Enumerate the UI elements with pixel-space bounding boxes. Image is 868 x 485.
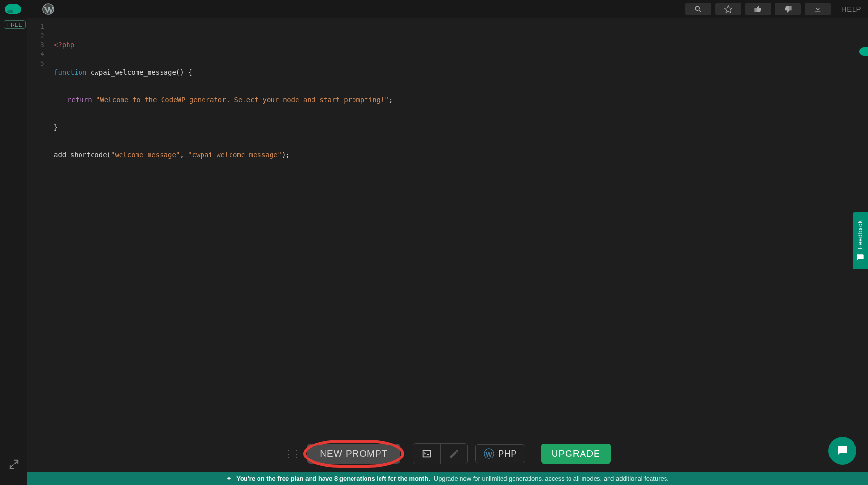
expand-icon[interactable] (9, 459, 19, 470)
code-token: "cwpai_welcome_message" (188, 151, 282, 159)
chat-fab[interactable] (828, 437, 856, 465)
code-token: , (180, 151, 188, 159)
line-number: 2 (27, 31, 44, 40)
download-button[interactable] (805, 3, 831, 15)
plan-free-badge: FREE (4, 20, 26, 29)
line-gutter: 1 2 3 4 5 (27, 22, 51, 68)
code-token: ; (389, 96, 393, 104)
highlight-ring: NEW PROMPT (302, 439, 405, 469)
bottom-toolbar: ⋮⋮ NEW PROMPT PHP UPGRADE (27, 436, 868, 472)
brand-logo-icon[interactable] (5, 4, 21, 14)
edit-mode-button[interactable] (440, 444, 467, 464)
banner-primary-text: You're on the free plan and have 8 gener… (236, 475, 430, 482)
wordpress-icon (484, 448, 494, 459)
line-number: 5 (27, 59, 44, 68)
drag-handle-icon[interactable]: ⋮⋮ (284, 452, 299, 456)
code-token: } (54, 123, 58, 131)
code-token: <?php (54, 41, 74, 49)
language-label: PHP (498, 449, 517, 459)
line-number: 4 (27, 50, 44, 59)
sparkle-icon: ✦ (226, 475, 231, 482)
thumbs-up-button[interactable] (745, 3, 771, 15)
code-token: "welcome_message" (111, 151, 180, 159)
feedback-icon (856, 254, 864, 261)
top-bar: HELP (0, 0, 868, 18)
right-panel-toggle[interactable] (859, 47, 868, 56)
terminal-mode-button[interactable] (413, 444, 440, 464)
left-rail (0, 18, 27, 485)
code-token: ); (282, 151, 290, 159)
upgrade-button[interactable]: UPGRADE (541, 444, 611, 464)
thumbs-down-button[interactable] (775, 3, 801, 15)
wordpress-logo-icon[interactable] (42, 3, 54, 15)
code-token: cwpai_welcome_message() { (86, 68, 192, 76)
banner-secondary-text[interactable]: Upgrade now for unlimited generations, a… (434, 475, 669, 482)
code-content[interactable]: <?php function cwpai_welcome_message() {… (54, 22, 863, 178)
terminal-icon (421, 448, 432, 459)
search-button[interactable] (685, 3, 711, 15)
separator (533, 444, 533, 463)
help-link[interactable]: HELP (841, 5, 861, 13)
upgrade-banner: ✦ You're on the free plan and have 8 gen… (27, 472, 868, 485)
star-button[interactable] (715, 3, 741, 15)
line-number: 1 (27, 22, 44, 31)
code-token: function (54, 68, 86, 76)
feedback-label: Feedback (857, 220, 864, 249)
chat-icon (836, 444, 849, 458)
feedback-tab[interactable]: Feedback (853, 212, 868, 269)
code-token: "Welcome to the CodeWP generator. Select… (92, 96, 389, 104)
code-token: add_shortcode( (54, 151, 111, 159)
pencil-icon (449, 448, 460, 459)
new-prompt-button[interactable]: NEW PROMPT (307, 444, 400, 464)
language-chip[interactable]: PHP (475, 444, 525, 463)
mode-toggle-group (413, 443, 468, 464)
code-editor[interactable]: 1 2 3 4 5 <?php function cwpai_welcome_m… (27, 18, 868, 485)
code-token: return (68, 96, 92, 104)
line-number: 3 (27, 40, 44, 50)
bottom-toolbar-inner: ⋮⋮ NEW PROMPT PHP UPGRADE (280, 436, 614, 472)
